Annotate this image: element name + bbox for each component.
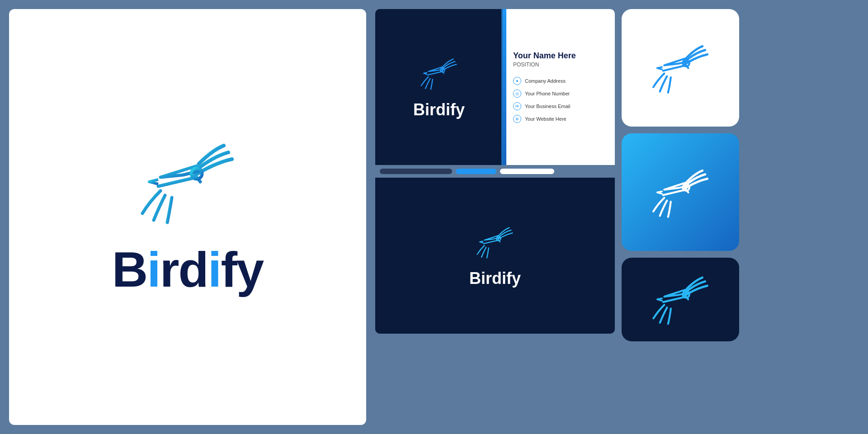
list-item: ✉ Your Business Email bbox=[513, 102, 608, 110]
app-icon-white-bird bbox=[642, 30, 719, 106]
card-dark-side: Birdify bbox=[375, 9, 503, 165]
app-icon-dark bbox=[622, 258, 739, 341]
card-separator bbox=[375, 165, 615, 178]
email-label: Your Business Email bbox=[525, 104, 570, 109]
sep-strip-dark bbox=[380, 169, 452, 174]
app-icon-blue-bird bbox=[642, 154, 719, 231]
card-name-block: Your Name Here POSITION bbox=[513, 51, 608, 68]
right-app-icons-panel bbox=[622, 9, 757, 425]
large-bird-logo bbox=[124, 137, 251, 227]
card-divider bbox=[503, 9, 506, 165]
email-icon: ✉ bbox=[513, 102, 521, 110]
card-back-brand-name: Birdify bbox=[469, 269, 521, 288]
sep-strip-blue bbox=[456, 169, 496, 174]
brand-dot-i2: i bbox=[208, 241, 221, 297]
person-name: Your Name Here bbox=[513, 51, 608, 61]
left-logo-panel: Birdify bbox=[9, 9, 366, 425]
website-label: Your Website Here bbox=[525, 116, 566, 122]
card-front-brand-name: Birdify bbox=[413, 100, 465, 119]
business-card-back: Birdify bbox=[375, 178, 615, 334]
list-item: ● Company Address bbox=[513, 77, 608, 85]
app-icon-white bbox=[622, 9, 739, 127]
address-icon: ● bbox=[513, 77, 521, 85]
app-icon-dark-bird bbox=[642, 272, 719, 326]
list-item: ⊕ Your Website Here bbox=[513, 115, 608, 123]
large-brand-name: Birdify bbox=[112, 241, 263, 298]
person-position: POSITION bbox=[513, 61, 608, 68]
brand-dot-i: i bbox=[147, 241, 160, 297]
card-front-logo bbox=[414, 55, 464, 91]
phone-icon: ◎ bbox=[513, 90, 521, 98]
contact-info-list: ● Company Address ◎ Your Phone Number ✉ … bbox=[513, 77, 608, 123]
sep-strip-white bbox=[500, 169, 554, 174]
phone-label: Your Phone Number bbox=[525, 91, 570, 96]
address-label: Company Address bbox=[525, 78, 566, 84]
card-back-logo bbox=[470, 224, 520, 260]
middle-panel: Birdify Your Name Here POSITION ● Compan… bbox=[375, 9, 615, 425]
business-card-front: Birdify Your Name Here POSITION ● Compan… bbox=[375, 9, 615, 165]
website-icon: ⊕ bbox=[513, 115, 521, 123]
list-item: ◎ Your Phone Number bbox=[513, 90, 608, 98]
app-icon-blue bbox=[622, 133, 739, 251]
card-white-side: Your Name Here POSITION ● Company Addres… bbox=[506, 9, 615, 165]
